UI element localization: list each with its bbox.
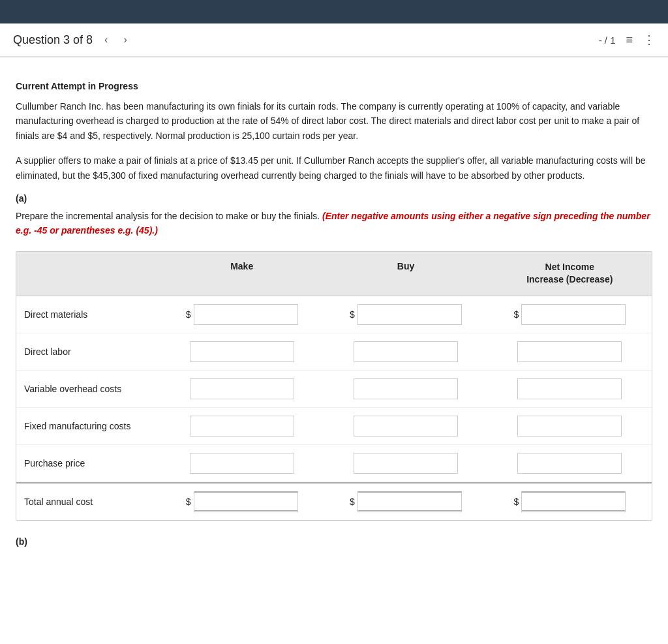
label-total-annual-cost: Total annual cost [16, 494, 160, 510]
input-make-direct-materials[interactable] [194, 304, 298, 325]
label-direct-labor: Direct labor [16, 344, 160, 360]
label-fixed-manufacturing: Fixed manufacturing costs [16, 418, 160, 434]
top-bar [0, 0, 668, 23]
cell-buy-total: $ [324, 489, 487, 515]
header: Question 3 of 8 ‹ › - / 1 ≡ ⋮ [0, 23, 668, 57]
page-indicator: - / 1 [599, 35, 616, 46]
th-net: Net Income Increase (Decrease) [488, 258, 652, 289]
cell-net-fixed-manufacturing [488, 413, 652, 439]
part-a-label: (a) [16, 193, 652, 204]
instruction-plain: Prepare the incremental analysis for the… [16, 211, 320, 221]
input-net-fixed-manufacturing[interactable] [517, 416, 622, 437]
th-buy: Buy [324, 258, 487, 289]
cell-net-variable-overhead [488, 376, 652, 402]
instruction: Prepare the incremental analysis for the… [16, 209, 652, 238]
cell-make-variable-overhead [160, 376, 324, 402]
list-icon[interactable]: ≡ [626, 33, 633, 47]
table-row: Fixed manufacturing costs [16, 408, 652, 445]
dollar-buy-dm: $ [350, 309, 355, 320]
input-net-direct-labor[interactable] [517, 341, 622, 362]
current-attempt-label: Current Attempt in Progress [16, 81, 652, 91]
dollar-buy-total: $ [350, 497, 355, 507]
table-row: Direct labor [16, 333, 652, 371]
input-net-direct-materials[interactable] [521, 304, 626, 325]
input-net-variable-overhead[interactable] [517, 378, 622, 399]
total-row: Total annual cost $ $ $ [16, 482, 652, 520]
paragraph1: Cullumber Ranch Inc. has been manufactur… [16, 99, 652, 143]
cell-make-direct-labor [160, 339, 324, 365]
input-make-variable-overhead[interactable] [190, 378, 294, 399]
input-buy-purchase-price[interactable] [354, 453, 458, 474]
table-row: Purchase price [16, 445, 652, 482]
dollar-net-dm: $ [513, 309, 519, 320]
prev-button[interactable]: ‹ [100, 33, 112, 47]
cell-net-direct-labor [488, 339, 652, 365]
input-net-total[interactable] [521, 491, 626, 512]
table-row: Direct materials $ $ $ [16, 296, 652, 333]
table-row: Variable overhead costs [16, 371, 652, 408]
dollar-net-total: $ [513, 497, 519, 507]
input-buy-fixed-manufacturing[interactable] [354, 416, 458, 437]
label-variable-overhead: Variable overhead costs [16, 381, 160, 397]
input-make-purchase-price[interactable] [190, 453, 294, 474]
label-direct-materials: Direct materials [16, 307, 160, 322]
header-right: - / 1 ≡ ⋮ [599, 33, 655, 47]
next-button[interactable]: › [119, 33, 130, 47]
input-make-direct-labor[interactable] [190, 341, 294, 362]
input-buy-total[interactable] [357, 491, 462, 512]
th-net-line2: Increase (Decrease) [526, 273, 613, 286]
header-left: Question 3 of 8 ‹ › [13, 33, 131, 47]
part-b-label: (b) [16, 536, 652, 547]
cell-make-total: $ [160, 489, 324, 515]
dollar-make-dm: $ [186, 309, 191, 320]
th-net-line1: Net Income [545, 261, 594, 274]
label-purchase-price: Purchase price [16, 455, 160, 471]
more-icon[interactable]: ⋮ [643, 33, 655, 47]
input-buy-direct-labor[interactable] [354, 341, 458, 362]
cell-net-purchase-price [488, 450, 652, 476]
cell-make-direct-materials: $ [160, 301, 324, 328]
cell-make-fixed-manufacturing [160, 413, 324, 439]
header-divider [0, 57, 668, 57]
input-buy-variable-overhead[interactable] [354, 378, 458, 399]
cell-buy-direct-materials: $ [324, 301, 487, 328]
question-label: Question 3 of 8 [13, 33, 93, 47]
cell-buy-variable-overhead [324, 376, 487, 402]
cell-make-purchase-price [160, 450, 324, 476]
cell-net-total: $ [488, 489, 652, 515]
input-buy-direct-materials[interactable] [357, 304, 462, 325]
input-net-purchase-price[interactable] [517, 453, 622, 474]
incremental-analysis-table: Make Buy Net Income Increase (Decrease) … [16, 251, 652, 521]
paragraph2: A supplier offers to make a pair of fini… [16, 153, 652, 183]
cell-buy-fixed-manufacturing [324, 413, 487, 439]
dollar-make-total: $ [186, 497, 191, 507]
cell-buy-purchase-price [324, 450, 487, 476]
table-header: Make Buy Net Income Increase (Decrease) [16, 252, 652, 296]
input-make-total[interactable] [194, 491, 298, 512]
th-make: Make [160, 258, 324, 289]
input-make-fixed-manufacturing[interactable] [190, 416, 294, 437]
cell-net-direct-materials: $ [488, 301, 652, 328]
th-empty [16, 258, 160, 289]
content: Current Attempt in Progress Cullumber Ra… [0, 68, 668, 560]
cell-buy-direct-labor [324, 339, 487, 365]
